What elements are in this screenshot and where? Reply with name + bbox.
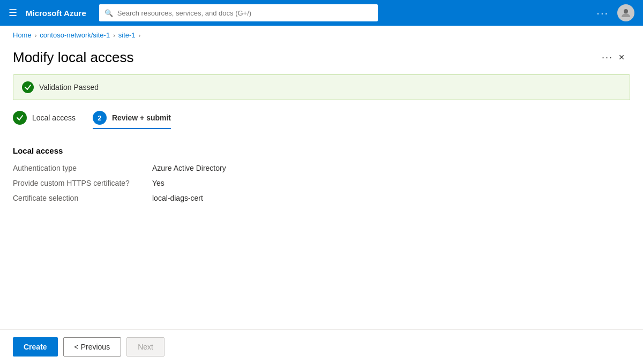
breadcrumb: Home › contoso-network/site-1 › site-1 › [0, 26, 643, 44]
page-title: Modify local access [13, 49, 595, 66]
step-local-access[interactable]: Local access [13, 111, 76, 129]
main-content: Modify local access ··· × Validation Pas… [0, 44, 643, 329]
previous-button[interactable]: < Previous [63, 337, 122, 357]
auth-type-value: Azure Active Directory [152, 164, 630, 172]
step-review-submit[interactable]: 2 Review + submit [93, 111, 171, 129]
detail-grid: Authentication type Azure Active Directo… [13, 164, 630, 202]
wizard-steps: Local access 2 Review + submit [13, 111, 630, 131]
local-access-section: Local access Authentication type Azure A… [13, 146, 630, 202]
search-input[interactable] [117, 9, 372, 17]
breadcrumb-separator-2: › [113, 32, 115, 39]
top-navigation: ☰ Microsoft Azure 🔍 ··· [0, 0, 643, 26]
auth-type-label: Authentication type [13, 164, 152, 172]
azure-logo: Microsoft Azure [26, 9, 86, 18]
section-title: Local access [13, 146, 630, 155]
step-2-circle: 2 [93, 111, 107, 125]
validation-text: Validation Passed [39, 83, 99, 92]
hamburger-menu-icon[interactable]: ☰ [9, 8, 17, 18]
nav-right-controls: ··· [596, 4, 634, 21]
custom-https-value: Yes [152, 179, 630, 187]
validation-passed-icon [22, 81, 34, 93]
more-options-icon[interactable]: ··· [596, 7, 609, 19]
page-header: Modify local access ··· × [13, 44, 630, 74]
user-avatar[interactable] [617, 4, 634, 21]
breadcrumb-home[interactable]: Home [13, 31, 32, 39]
page-more-options-icon[interactable]: ··· [602, 52, 613, 63]
breadcrumb-site[interactable]: site-1 [118, 31, 136, 39]
breadcrumb-network[interactable]: contoso-network/site-1 [40, 31, 110, 39]
footer: Create < Previous Next [0, 329, 643, 364]
search-bar[interactable]: 🔍 [99, 4, 378, 21]
breadcrumb-separator-3: › [139, 32, 141, 39]
svg-point-0 [624, 9, 628, 13]
validation-banner: Validation Passed [13, 74, 630, 100]
step-2-label: Review + submit [112, 113, 171, 122]
step-1-circle [13, 111, 27, 125]
search-icon: 🔍 [104, 9, 113, 17]
cert-selection-value: local-diags-cert [152, 194, 630, 202]
cert-selection-label: Certificate selection [13, 194, 152, 202]
next-button: Next [126, 337, 165, 357]
step-1-label: Local access [32, 113, 76, 122]
custom-https-label: Provide custom HTTPS certificate? [13, 179, 152, 187]
breadcrumb-separator-1: › [35, 32, 37, 39]
close-button[interactable]: × [613, 49, 630, 66]
create-button[interactable]: Create [13, 337, 58, 357]
